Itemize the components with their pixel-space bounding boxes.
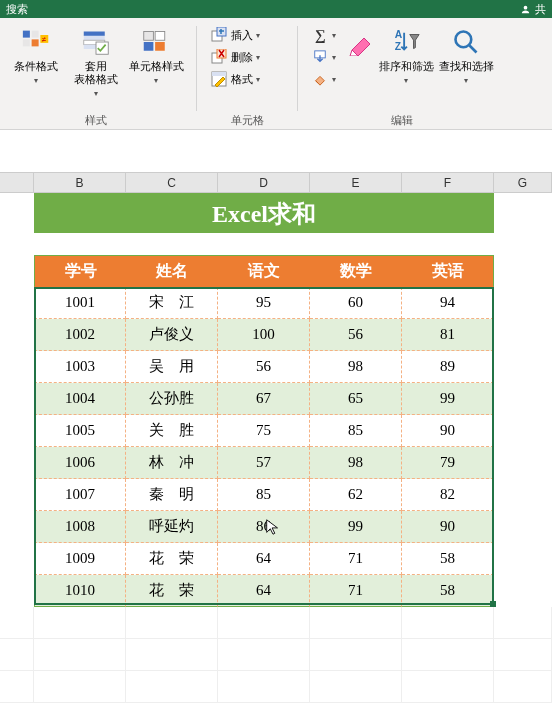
eraser-icon — [342, 24, 376, 56]
conditional-format-button[interactable]: ≠ 条件格式▾ — [6, 24, 66, 89]
cell[interactable]: 1006 — [34, 447, 126, 479]
cell[interactable]: 1005 — [34, 415, 126, 447]
col-header[interactable]: G — [494, 173, 552, 192]
table-row[interactable]: 1010花 荣647158 — [0, 575, 552, 607]
autosum-button[interactable]: ∑▾ — [308, 24, 342, 46]
cell[interactable]: 85 — [310, 415, 402, 447]
cell[interactable]: 100 — [218, 319, 310, 351]
cell[interactable]: 71 — [310, 575, 402, 607]
cell[interactable]: 67 — [218, 383, 310, 415]
cell[interactable]: 公孙胜 — [126, 383, 218, 415]
header-cell[interactable]: 学号 — [34, 255, 126, 287]
cell[interactable]: 65 — [310, 383, 402, 415]
ribbon-group-cells: 插入 ▾ 删除 ▾ 格式 ▾ 单元格 — [203, 24, 291, 129]
svg-rect-13 — [155, 32, 165, 41]
clear-button[interactable]: ▾ — [308, 68, 342, 90]
cell[interactable]: 75 — [218, 415, 310, 447]
cell[interactable]: 花 荣 — [126, 575, 218, 607]
col-header[interactable]: E — [310, 173, 402, 192]
format-button[interactable]: 格式 ▾ — [207, 68, 287, 90]
cell[interactable]: 81 — [402, 319, 494, 351]
fill-button[interactable]: ▾ — [308, 46, 342, 68]
cell[interactable]: 98 — [310, 447, 402, 479]
cell[interactable]: 吴 用 — [126, 351, 218, 383]
svg-text:Z: Z — [395, 41, 401, 52]
table-row[interactable]: 1004公孙胜676599 — [0, 383, 552, 415]
cell[interactable]: 98 — [310, 351, 402, 383]
col-header[interactable]: F — [402, 173, 494, 192]
table-row[interactable]: 1006林 冲579879 — [0, 447, 552, 479]
header-cell[interactable]: 英语 — [402, 255, 494, 287]
cell[interactable]: 86 — [218, 511, 310, 543]
col-header[interactable]: D — [218, 173, 310, 192]
select-all-corner[interactable] — [0, 173, 34, 192]
cell[interactable]: 99 — [310, 511, 402, 543]
cell[interactable]: 1008 — [34, 511, 126, 543]
cell[interactable]: 56 — [310, 319, 402, 351]
cell[interactable]: 64 — [218, 575, 310, 607]
table-row[interactable]: 1005关 胜758590 — [0, 415, 552, 447]
insert-button[interactable]: 插入 ▾ — [207, 24, 287, 46]
col-header[interactable]: C — [126, 173, 218, 192]
svg-point-25 — [456, 32, 472, 48]
chevron-down-icon: ▾ — [154, 76, 158, 85]
chevron-down-icon: ▾ — [404, 76, 408, 85]
col-header[interactable]: B — [34, 173, 126, 192]
table-row[interactable]: 1007秦 明856282 — [0, 479, 552, 511]
group-label-styles: 样式 — [85, 113, 107, 129]
ribbon-group-editing: ∑▾ ▾ ▾ — [304, 24, 500, 129]
ribbon-separator — [196, 26, 197, 111]
cell[interactable]: 95 — [218, 287, 310, 319]
table-row[interactable]: 1009花 荣647158 — [0, 543, 552, 575]
table-row[interactable]: 1002卢俊义1005681 — [0, 319, 552, 351]
cell[interactable]: 58 — [402, 575, 494, 607]
table-format-button[interactable]: 套用 表格格式▾ — [66, 24, 126, 102]
cell[interactable]: 94 — [402, 287, 494, 319]
cell[interactable]: 89 — [402, 351, 494, 383]
cell[interactable]: 1001 — [34, 287, 126, 319]
table-row[interactable]: 1008呼延灼869990 — [0, 511, 552, 543]
cell-style-button[interactable]: 单元格样式▾ — [126, 24, 186, 89]
cell[interactable]: 1004 — [34, 383, 126, 415]
cell[interactable]: 秦 明 — [126, 479, 218, 511]
cell[interactable]: 1002 — [34, 319, 126, 351]
person-icon — [520, 4, 531, 15]
spreadsheet[interactable]: B C D E F G Excel求和 学号 姓名 语文 数学 英语 1001宋… — [0, 130, 552, 703]
cell[interactable]: 57 — [218, 447, 310, 479]
table-row[interactable]: 1001宋 江956094 — [0, 287, 552, 319]
cell[interactable]: 1007 — [34, 479, 126, 511]
cell[interactable]: 90 — [402, 511, 494, 543]
cell[interactable]: 90 — [402, 415, 494, 447]
delete-icon — [211, 49, 227, 65]
cell[interactable]: 62 — [310, 479, 402, 511]
header-cell[interactable]: 语文 — [218, 255, 310, 287]
find-select-button[interactable]: 查找和选择▾ — [436, 24, 496, 89]
column-headers[interactable]: B C D E F G — [0, 172, 552, 193]
cell[interactable]: 宋 江 — [126, 287, 218, 319]
header-cell[interactable]: 姓名 — [126, 255, 218, 287]
cell[interactable]: 1003 — [34, 351, 126, 383]
cell[interactable]: 58 — [402, 543, 494, 575]
delete-button[interactable]: 删除 ▾ — [207, 46, 287, 68]
header-cell[interactable]: 数学 — [310, 255, 402, 287]
cell[interactable]: 60 — [310, 287, 402, 319]
cell[interactable]: 64 — [218, 543, 310, 575]
table-title[interactable]: Excel求和 — [34, 193, 494, 233]
cell[interactable]: 卢俊义 — [126, 319, 218, 351]
ribbon-group-styles: ≠ 条件格式▾ 套用 表格格式▾ — [2, 24, 190, 129]
cell[interactable]: 82 — [402, 479, 494, 511]
cell[interactable]: 花 荣 — [126, 543, 218, 575]
cell-style-icon — [140, 26, 172, 58]
cell[interactable]: 呼延灼 — [126, 511, 218, 543]
cell[interactable]: 关 胜 — [126, 415, 218, 447]
cell[interactable]: 1009 — [34, 543, 126, 575]
cell[interactable]: 林 冲 — [126, 447, 218, 479]
table-row[interactable]: 1003吴 用569889 — [0, 351, 552, 383]
sort-filter-button[interactable]: A Z 排序和筛选▾ — [376, 24, 436, 89]
cell[interactable]: 71 — [310, 543, 402, 575]
cell[interactable]: 56 — [218, 351, 310, 383]
cell[interactable]: 79 — [402, 447, 494, 479]
cell[interactable]: 99 — [402, 383, 494, 415]
cell[interactable]: 1010 — [34, 575, 126, 607]
cell[interactable]: 85 — [218, 479, 310, 511]
